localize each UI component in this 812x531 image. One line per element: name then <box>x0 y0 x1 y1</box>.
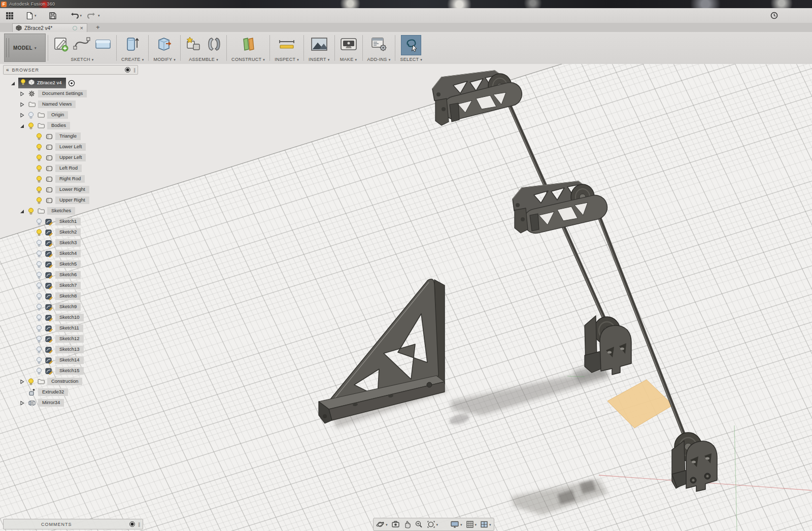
lower-right-bracket[interactable] <box>672 433 717 491</box>
tree-item-sketch12[interactable]: Sketch12 <box>3 334 138 344</box>
select-group-label[interactable]: SELECT▾ <box>400 57 422 63</box>
visibility-bulb-icon[interactable] <box>27 112 35 119</box>
tree-item-upper-right[interactable]: Upper Right <box>3 195 138 206</box>
expand-arrow-icon[interactable] <box>18 401 25 406</box>
visibility-bulb-icon[interactable] <box>36 229 43 236</box>
visibility-bulb-icon[interactable] <box>36 240 43 247</box>
visibility-bulb-icon[interactable] <box>36 346 43 353</box>
tree-item-bodies[interactable]: Bodies <box>3 120 138 131</box>
job-status-clock-icon[interactable] <box>768 10 781 21</box>
document-tab[interactable]: ZBrace2 v4* × <box>12 23 87 32</box>
data-panel-grid-icon[interactable] <box>3 10 16 21</box>
visibility-bulb-icon[interactable] <box>36 186 43 193</box>
tree-item-triangle[interactable]: Triangle <box>3 131 138 142</box>
make-group-label[interactable]: MAKE▾ <box>340 57 357 63</box>
visibility-bulb-icon[interactable] <box>27 122 35 129</box>
root-component-chip[interactable]: ZBrace2 v4 <box>18 78 66 88</box>
visibility-bulb-icon[interactable] <box>36 272 43 279</box>
tree-root-item[interactable]: ZBrace2 v4 <box>3 78 138 88</box>
scripts-and-addins-icon[interactable] <box>370 37 388 54</box>
visibility-bulb-icon[interactable] <box>36 357 43 364</box>
tree-item-origin[interactable]: Origin <box>3 110 138 120</box>
zoom-icon[interactable] <box>415 520 423 528</box>
expand-arrow-icon[interactable] <box>18 123 25 128</box>
visibility-bulb-icon[interactable] <box>36 325 43 332</box>
tree-item-lower-right[interactable]: Lower Right <box>3 184 138 195</box>
sketch-group-label[interactable]: SKETCH▾ <box>71 57 93 63</box>
insert-group-label[interactable]: INSERT▾ <box>309 57 329 63</box>
upper-right-bracket[interactable] <box>513 181 610 236</box>
visibility-bulb-icon[interactable] <box>36 133 43 140</box>
visibility-bulb-icon[interactable] <box>36 314 43 321</box>
assemble-group-label[interactable]: ASSEMBLE▾ <box>189 57 218 63</box>
tree-item-lower-left[interactable]: Lower Left <box>3 142 138 152</box>
visibility-bulb-icon[interactable] <box>36 176 43 183</box>
tree-item-left-rod[interactable]: Left Rod <box>3 163 138 174</box>
expand-arrow-icon[interactable] <box>18 379 25 384</box>
tree-item-construction[interactable]: Construction <box>3 376 138 387</box>
construct-group-label[interactable]: CONSTRUCT▾ <box>231 57 265 63</box>
insert-image-icon[interactable] <box>310 37 328 54</box>
save-button[interactable] <box>46 10 59 21</box>
workspace-selector-button[interactable]: MODEL ▾ <box>4 34 46 62</box>
measure-icon[interactable] <box>278 37 296 53</box>
upper-left-bracket[interactable] <box>432 71 524 125</box>
visibility-bulb-icon[interactable] <box>36 304 43 311</box>
viewports-icon[interactable]: ▾ <box>480 520 491 528</box>
visibility-bulb-icon[interactable] <box>36 282 43 289</box>
visibility-bulb-icon[interactable] <box>36 250 43 257</box>
create-sketch-icon[interactable] <box>53 36 69 54</box>
expand-arrow-icon[interactable] <box>18 113 25 118</box>
visibility-bulb-icon[interactable] <box>36 293 43 300</box>
rectangle-icon[interactable] <box>94 38 112 53</box>
create-group-label[interactable]: CREATE▾ <box>121 57 144 63</box>
visibility-bulb-icon[interactable] <box>36 261 43 268</box>
lower-left-bracket[interactable] <box>585 316 631 375</box>
visibility-bulb-icon[interactable] <box>36 197 43 204</box>
tree-item-sketch10[interactable]: Sketch10 <box>3 312 138 323</box>
pan-icon[interactable] <box>403 520 411 528</box>
comments-grip-icon[interactable]: || <box>138 522 140 527</box>
visibility-bulb-icon[interactable] <box>36 144 43 151</box>
highlighted-face[interactable] <box>607 380 673 428</box>
expand-arrow-icon[interactable] <box>18 102 25 107</box>
tree-item-sketch6[interactable]: Sketch6 <box>3 270 138 280</box>
visibility-bulb-icon[interactable] <box>36 165 43 172</box>
tab-close-icon[interactable]: × <box>80 25 84 31</box>
select-lasso-icon[interactable] <box>401 35 421 55</box>
construction-plane-icon[interactable] <box>240 36 257 54</box>
inspect-group-label[interactable]: INSPECT▾ <box>275 57 299 63</box>
extrude-icon[interactable] <box>124 36 141 55</box>
tree-item-sketches[interactable]: Sketches <box>3 206 138 216</box>
look-at-icon[interactable] <box>391 520 400 528</box>
tree-item-sketch3[interactable]: Sketch3 <box>3 238 138 248</box>
press-pull-icon[interactable] <box>156 36 173 55</box>
tree-item-sketch11[interactable]: Sketch11 <box>3 323 138 334</box>
tree-item-mirror34[interactable]: Mirror34 <box>3 397 138 408</box>
spline-icon[interactable] <box>73 37 90 54</box>
visibility-bulb-icon[interactable] <box>36 154 43 161</box>
modify-group-label[interactable]: MODIFY▾ <box>153 57 176 63</box>
comments-options-icon[interactable] <box>129 521 135 527</box>
tree-item-sketch8[interactable]: Sketch8 <box>3 291 138 302</box>
comments-panel[interactable]: COMMENTS || <box>3 519 143 529</box>
tree-item-right-rod[interactable]: Right Rod <box>3 174 138 184</box>
visibility-bulb-icon[interactable] <box>20 79 26 86</box>
tree-item-document-settings[interactable]: Document Settings <box>3 88 138 99</box>
visibility-bulb-icon[interactable] <box>36 368 43 375</box>
joint-icon[interactable] <box>207 36 222 54</box>
tree-item-sketch2[interactable]: Sketch2 <box>3 227 138 238</box>
file-menu-button[interactable]: ▾ <box>23 10 39 21</box>
new-component-icon[interactable] <box>185 36 202 54</box>
expand-arrow-icon[interactable] <box>18 209 25 214</box>
3d-print-icon[interactable] <box>340 37 358 53</box>
tree-item-sketch5[interactable]: Sketch5 <box>3 259 138 270</box>
tree-item-sketch15[interactable]: Sketch15 <box>3 366 138 376</box>
visibility-bulb-icon[interactable] <box>36 336 43 343</box>
visibility-bulb-icon[interactable] <box>36 218 43 225</box>
tree-item-sketch14[interactable]: Sketch14 <box>3 355 138 366</box>
triangle-body[interactable] <box>319 279 445 423</box>
expand-arrow-icon[interactable] <box>9 81 16 86</box>
redo-button[interactable]: ▾ <box>84 11 103 21</box>
expand-arrow-icon[interactable] <box>18 91 25 96</box>
